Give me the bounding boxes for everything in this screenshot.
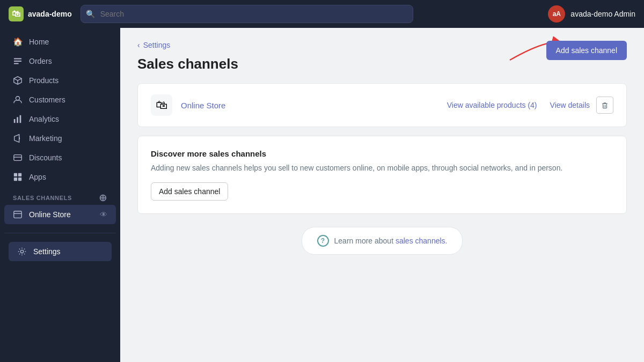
sidebar-item-orders[interactable]: Orders: [4, 51, 116, 71]
settings-icon: [17, 247, 27, 256]
eye-icon[interactable]: 👁: [100, 210, 107, 219]
discover-title: Discover more sales channels: [151, 149, 613, 158]
sidebar-item-online-store[interactable]: Online Store 👁: [4, 205, 116, 224]
sidebar-item-marketing-label: Marketing: [29, 134, 62, 143]
search-input[interactable]: [80, 5, 413, 23]
learn-more-text: Learn more about sales channels.: [334, 237, 448, 245]
svg-rect-18: [603, 104, 607, 108]
sidebar-item-discounts-label: Discounts: [29, 153, 62, 162]
search-icon: 🔍: [86, 10, 95, 18]
sidebar-item-orders-label: Orders: [29, 57, 52, 65]
online-store-card: 🛍 Online Store View available products (…: [137, 83, 627, 127]
sidebar-item-customers-label: Customers: [29, 95, 65, 104]
svg-rect-11: [14, 173, 17, 176]
svg-rect-15: [14, 211, 21, 218]
discover-description: Adding new sales channels helps you sell…: [151, 162, 613, 174]
help-circle-icon: ?: [317, 235, 329, 247]
sidebar-item-home[interactable]: 🏠 Home: [4, 32, 116, 51]
svg-rect-8: [20, 115, 21, 123]
sidebar-item-analytics-label: Analytics: [29, 115, 59, 123]
svg-point-16: [20, 250, 23, 253]
discover-add-button[interactable]: Add sales channel: [151, 182, 228, 201]
search-container: 🔍: [80, 5, 413, 23]
add-sales-channel-icon[interactable]: ⊕: [99, 193, 107, 203]
sales-channels-label: SALES CHANNELS: [13, 195, 72, 201]
brand-logo[interactable]: 🛍 avada-demo: [9, 6, 72, 21]
sidebar-item-products[interactable]: Products: [4, 71, 116, 90]
avatar[interactable]: aA: [548, 5, 565, 23]
learn-more-box: ? Learn more about sales channels.: [302, 227, 463, 255]
channel-actions: View available products (4) View details: [447, 97, 613, 114]
orders-icon: [13, 56, 23, 66]
sidebar-item-apps[interactable]: Apps: [4, 167, 116, 187]
online-store-icon: [13, 210, 23, 219]
sidebar: 🏠 Home Orders Products Customers Anal: [0, 28, 120, 362]
sidebar-item-settings-label: Settings: [33, 247, 61, 256]
svg-rect-13: [14, 178, 17, 181]
svg-rect-2: [14, 63, 19, 64]
sidebar-item-home-label: Home: [29, 38, 49, 46]
discover-card: Discover more sales channels Adding new …: [137, 136, 627, 214]
svg-rect-7: [17, 117, 18, 123]
apps-icon: [13, 172, 23, 182]
svg-rect-14: [18, 178, 21, 181]
sidebar-item-discounts[interactable]: Discounts: [4, 148, 116, 167]
view-details-link[interactable]: View details: [550, 101, 590, 109]
brand-name: avada-demo: [28, 10, 72, 18]
chevron-left-icon: ‹: [137, 41, 140, 49]
products-icon: [13, 76, 23, 85]
sidebar-item-marketing[interactable]: Marketing: [4, 129, 116, 148]
top-navigation: 🛍 avada-demo 🔍 aA avada-demo Admin: [0, 0, 644, 28]
svg-point-5: [16, 97, 19, 100]
svg-rect-6: [14, 119, 16, 123]
topnav-right: aA avada-demo Admin: [548, 5, 635, 23]
sales-channels-section-header: SALES CHANNELS ⊕: [4, 187, 116, 205]
analytics-icon: [13, 114, 23, 124]
marketing-icon: [13, 134, 23, 143]
shopify-store-icon: 🛍: [151, 94, 172, 116]
sidebar-item-products-label: Products: [29, 76, 58, 85]
breadcrumb-label: Settings: [143, 41, 171, 49]
sidebar-item-settings[interactable]: Settings: [9, 242, 112, 261]
main-content: ‹ Settings Sales channels Add sales chan…: [120, 28, 644, 362]
sidebar-item-online-store-label: Online Store: [29, 210, 71, 219]
sidebar-item-customers[interactable]: Customers: [4, 90, 116, 109]
home-icon: 🏠: [13, 37, 23, 47]
admin-name: avada-demo Admin: [570, 10, 635, 18]
sidebar-item-analytics[interactable]: Analytics: [4, 109, 116, 129]
delete-channel-button[interactable]: [596, 97, 613, 114]
svg-rect-12: [18, 173, 21, 176]
shopify-icon: 🛍: [9, 6, 24, 21]
sidebar-item-apps-label: Apps: [29, 173, 46, 181]
sales-channels-link[interactable]: sales channels.: [396, 237, 448, 245]
view-products-link[interactable]: View available products (4): [447, 101, 537, 109]
discounts-icon: [13, 153, 23, 162]
channel-name: Online Store: [181, 101, 225, 110]
svg-rect-0: [14, 58, 21, 60]
svg-rect-1: [14, 61, 21, 62]
svg-rect-9: [14, 155, 21, 161]
add-sales-channel-button[interactable]: Add sales channel: [546, 41, 627, 60]
customers-icon: [13, 95, 23, 105]
